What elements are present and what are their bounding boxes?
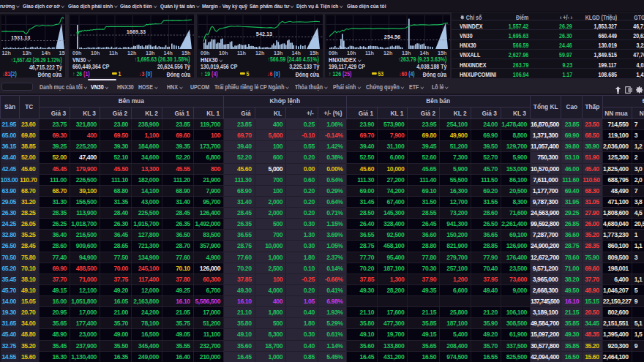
svg-text:1531.13: 1531.13: [11, 34, 30, 41]
svg-text:254.56: 254.56: [384, 34, 400, 40]
svg-text:542.13: 542.13: [256, 31, 272, 37]
svg-text:1669.33: 1669.33: [127, 29, 146, 35]
